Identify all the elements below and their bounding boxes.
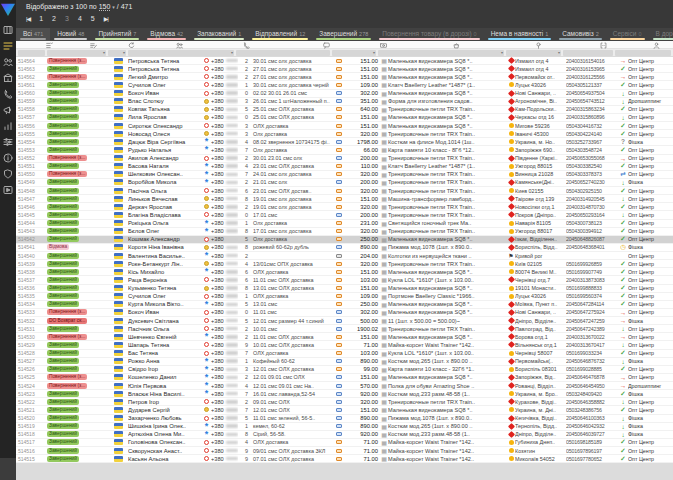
tracking-number[interactable]: 0503248386756	[566, 406, 618, 413]
column-filter-input[interactable]: ▾	[108, 50, 126, 56]
column-filter-input[interactable]: ▾	[506, 50, 561, 56]
tracking-number[interactable]: 20450652740230	[566, 179, 618, 186]
tracking-number[interactable]: 20450648826087	[566, 236, 618, 243]
first-page-button[interactable]: |◀	[26, 15, 30, 22]
tracking-number[interactable]: 0504304416732	[566, 122, 618, 129]
tracking-number[interactable]: 20400316125566	[566, 73, 618, 80]
order-row[interactable]: 514533 Повернення (з... Бокоч Иван +380 …	[16, 309, 673, 317]
tracking-number[interactable]: 0504305121337	[566, 81, 618, 88]
column-filter-input[interactable]: ▾	[128, 50, 234, 56]
tracking-number[interactable]	[566, 252, 618, 259]
tracking-number[interactable]: 0501699560374	[566, 293, 618, 300]
tracking-number[interactable]: 20450646476878	[566, 374, 618, 381]
sidebar-item-orders-list[interactable]	[3, 40, 14, 51]
page-button-1[interactable]: 1	[39, 15, 43, 22]
tracking-number[interactable]: 20450647242389	[566, 325, 618, 332]
order-row[interactable]: 514544 Завершений Рокіцька Ольга * +380 …	[16, 220, 673, 228]
tab-9[interactable]: Самовивіз2	[555, 28, 606, 41]
tracking-number[interactable]: 20450647247259	[566, 317, 618, 324]
tab-0[interactable]: Всі471	[16, 28, 50, 41]
tracking-number[interactable]: 20450646039727	[566, 431, 618, 438]
sidebar-item-company[interactable]	[3, 72, 14, 83]
tracking-number[interactable]: 20400315860896	[566, 114, 618, 121]
order-row[interactable]: 514531 Завершений Пасічник Ольга +380 2 …	[16, 325, 673, 333]
order-row[interactable]: 514548 Завершений Пасічна Ольга +380 6 2…	[16, 187, 673, 195]
column-filter-input[interactable]	[18, 50, 45, 56]
order-row[interactable]: 514517 Завершений Головінова Олексан.. +…	[16, 439, 673, 447]
tracking-number[interactable]: 0504300394912	[566, 228, 618, 235]
tracking-icon[interactable]	[598, 41, 608, 49]
order-row[interactable]: 514515 Завершений Касьян Альона +380 9 0…	[16, 455, 673, 463]
order-row[interactable]: 514524 Повернення (з... Юлія Первова * +…	[16, 382, 673, 390]
tab-4[interactable]: Запакований1	[190, 28, 248, 41]
order-row[interactable]: 514521 Завершений Дударев Сергій +380 7 …	[16, 406, 673, 414]
people-icon[interactable]	[174, 41, 184, 49]
order-row[interactable]: 514526 Завершений Свідро Ігор * +380 3 1…	[16, 366, 673, 374]
order-row[interactable]: 514559 Завершений Влас Слотюу +380 3 26.…	[16, 98, 673, 106]
order-row[interactable]: 514541 Відмова Коротя Ніна Іванівна +380…	[16, 244, 673, 252]
tracking-number[interactable]: 0504304224140	[566, 130, 618, 137]
tab-10[interactable]: Сервіси0	[606, 28, 649, 41]
tab-7[interactable]: Повернення товару (в дорозі)0	[375, 28, 483, 41]
order-row[interactable]: 514551 Завершений Басова Наталя * +380 4…	[16, 163, 673, 171]
tracking-number[interactable]: 20450653055068	[566, 155, 618, 162]
order-row[interactable]: 514538 Завершений Кісь Михайло * +380 6 …	[16, 268, 673, 276]
tracking-number[interactable]: 20400313670022	[566, 333, 618, 340]
order-row[interactable]: 514543 Завершений Бєлов Олег * +380 8 17…	[16, 228, 673, 236]
order-row[interactable]: 514516 Завершений Скворунская Анаст.. +3…	[16, 447, 673, 455]
tracking-number[interactable]: 0501699888833	[566, 285, 618, 292]
order-row[interactable]: 514525 Повернення (з... Кошеленко Данил …	[16, 374, 673, 382]
chat-icon[interactable]	[321, 41, 331, 49]
sidebar-item-marketing[interactable]	[3, 104, 14, 115]
order-row[interactable]: 514542 Завершений Кошмак Александр +380 …	[16, 236, 673, 244]
order-row[interactable]: 514523 Завершений Власюк Ніна Василі.. *…	[16, 390, 673, 398]
order-row[interactable]: 514546 Завершений Деркач Ярослав +380 2 …	[16, 203, 673, 211]
tracking-number[interactable]: 0503248409420	[566, 390, 618, 397]
order-row[interactable]: 514518 Завершений Артюхіна Олена Ми.. * …	[16, 431, 673, 439]
tracking-number[interactable]: 20400315863234	[566, 106, 618, 113]
column-filter-input[interactable]	[563, 50, 613, 56]
order-row[interactable]: 514558 Завершений Ковпак Татьяна +380 5 …	[16, 106, 673, 114]
column-filter-input[interactable]: ▾	[332, 50, 376, 56]
order-row[interactable]: 514545 Завершений Благіна Владіслава +38…	[16, 211, 673, 219]
tracking-number[interactable]: 0501699028885	[566, 366, 618, 373]
order-row[interactable]: 514562 Повернення (з... Легкий Дмитро +3…	[16, 73, 673, 81]
tracking-number[interactable]: 0504303378373	[566, 171, 618, 178]
tracking-number[interactable]: 20450650293164	[566, 211, 618, 218]
last-page-button[interactable]: ▶|	[104, 15, 108, 22]
tracking-number[interactable]: 20450646100363	[566, 415, 618, 422]
tab-1[interactable]: Новий48	[50, 28, 91, 41]
location-icon[interactable]	[533, 41, 543, 49]
order-row[interactable]: 514550 Повернення (з... Шелковин Олексан…	[16, 171, 673, 179]
tab-6[interactable]: Завершений278	[312, 28, 375, 41]
order-row[interactable]: 514527 Завершений Рожко Анна * +380 1 Ко…	[16, 358, 673, 366]
tab-3[interactable]: Відмова42	[143, 28, 190, 41]
sidebar-item-customers[interactable]	[3, 56, 14, 67]
order-row[interactable]: 514520 Завершений Захарченко Любовь +380…	[16, 415, 673, 423]
order-row[interactable]: 514564 Повернення (з... Петровська Тетян…	[16, 57, 673, 65]
app-logo-icon[interactable]	[1, 2, 15, 16]
tab-8[interactable]: Нема в наявності1	[484, 28, 556, 41]
order-row[interactable]: 514555 Завершений Новосад Олеся +380 3 О…	[16, 130, 673, 138]
order-row[interactable]: 514519 Завершений Шишкіна Ірина Олек.. *…	[16, 423, 673, 431]
tracking-number[interactable]: 20400313873083	[566, 276, 618, 283]
products-icon[interactable]	[451, 41, 461, 49]
tracking-number[interactable]: 0504303382540	[566, 163, 618, 170]
tracking-number[interactable]: 20450646042932	[566, 423, 618, 430]
tracking-number[interactable]: 20450647275924	[566, 309, 618, 316]
tracking-number[interactable]: 20450654937504	[566, 90, 618, 97]
order-row[interactable]: 514553 Завершений Рудько Наталья * +380 …	[16, 146, 673, 154]
column-filter-input[interactable]: ▾	[47, 50, 106, 56]
page-size-selector[interactable]: 150	[99, 3, 111, 11]
sidebar-item-settings[interactable]	[3, 136, 14, 147]
order-row[interactable]: 514554 Завершений Дацюк Віра Сергіївна *…	[16, 138, 673, 146]
order-row[interactable]: 514540 Завершений Валентина Василье.. * …	[16, 252, 673, 260]
column-filter-input[interactable]	[236, 50, 330, 56]
payment-icon[interactable]	[378, 41, 388, 49]
tracking-number[interactable]: 20450648368401	[566, 244, 618, 251]
sidebar-item-statistics[interactable]	[3, 120, 14, 131]
order-row[interactable]: 514534 Завершений Курта Микола Вікто.. *…	[16, 301, 673, 309]
page-button-4[interactable]: 4	[78, 15, 82, 22]
status-list-icon[interactable]	[44, 41, 54, 49]
tracking-number[interactable]: 20450646358882	[566, 398, 618, 405]
